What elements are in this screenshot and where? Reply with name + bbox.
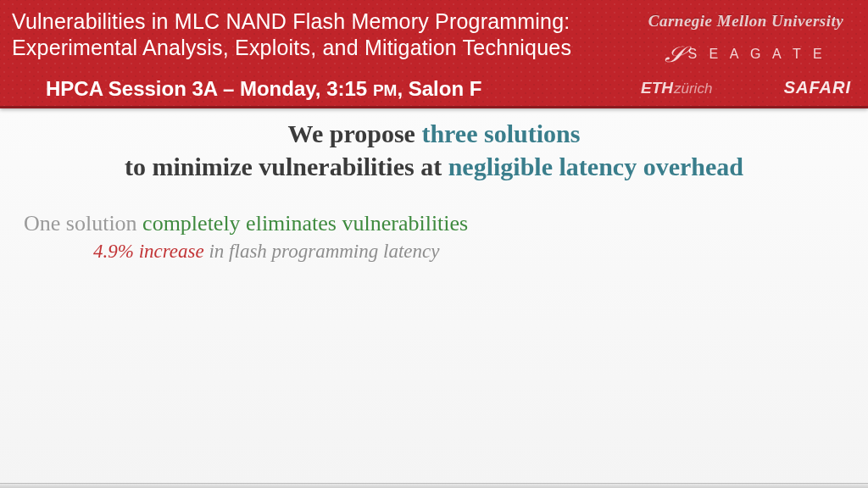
header-left: Vulnerabilities in MLC NAND Flash Memory… xyxy=(12,8,627,101)
cmu-logo: Carnegie Mellon University xyxy=(636,12,856,30)
title-line-2: Experimental Analysis, Exploits, and Mit… xyxy=(12,36,571,59)
session-pm: PM xyxy=(373,81,398,99)
eth-logo: ETHzürich xyxy=(641,79,712,97)
solution-detail-red: 4.9% increase xyxy=(93,241,204,262)
safari-logo: SAFARI xyxy=(784,78,851,97)
propose-1b: three solutions xyxy=(421,119,580,147)
seagate-spiral-icon: 𝒮 xyxy=(665,43,683,65)
propose-2a: to minimize vulnerabilities at xyxy=(125,152,448,180)
session-prefix: HPCA Session 3A – Monday, 3:15 xyxy=(46,77,373,100)
session-suffix: , Salon F xyxy=(397,77,481,100)
slide-header: Vulnerabilities in MLC NAND Flash Memory… xyxy=(0,0,868,108)
solution-lead-gray: One solution xyxy=(24,211,142,236)
propose-1a: We propose xyxy=(288,119,422,147)
logos-column: Carnegie Mellon University 𝒮 S E A G A T… xyxy=(636,8,856,101)
solution-detail-rest: in flash programming latency xyxy=(204,241,440,262)
footer-bar xyxy=(0,483,868,488)
eth-bold: ETH xyxy=(641,79,673,97)
seagate-text: S E A G A T E xyxy=(687,47,826,62)
solution-detail: 4.9% increase in flash programming laten… xyxy=(24,238,844,264)
slide: Vulnerabilities in MLC NAND Flash Memory… xyxy=(0,0,868,488)
propose-heading: We propose three solutions to minimize v… xyxy=(24,117,844,183)
propose-2b: negligible latency overhead xyxy=(448,152,743,180)
slide-body: We propose three solutions to minimize v… xyxy=(0,108,868,264)
solution-lead: One solution completely eliminates vulne… xyxy=(24,208,844,238)
session-info: HPCA Session 3A – Monday, 3:15 PM, Salon… xyxy=(12,77,627,101)
seagate-logo: 𝒮 S E A G A T E xyxy=(636,43,856,65)
bottom-logos-row: ETHzürich SAFARI xyxy=(636,78,856,97)
talk-title: Vulnerabilities in MLC NAND Flash Memory… xyxy=(12,8,627,62)
solution-lead-green: completely eliminates vulnerabilities xyxy=(142,211,468,236)
title-line-1: Vulnerabilities in MLC NAND Flash Memory… xyxy=(12,9,570,33)
eth-sub: zürich xyxy=(674,80,712,97)
solution-block: One solution completely eliminates vulne… xyxy=(24,208,844,264)
